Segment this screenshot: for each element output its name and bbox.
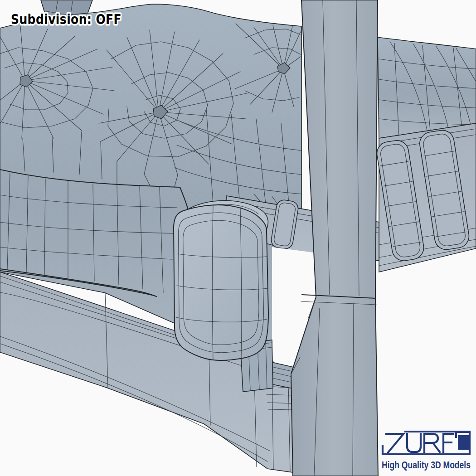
logo-square — [458, 435, 469, 450]
seat-rail-right — [375, 123, 476, 272]
armrest-pad — [174, 200, 268, 360]
wireframe-chair-render: Subdivision: OFF High Quality 3D Models — [0, 0, 476, 476]
subdivision-status-label: Subdivision: OFF — [11, 11, 121, 27]
viewport: Subdivision: OFF High Quality 3D Models — [0, 0, 476, 476]
watermark-tagline: High Quality 3D Models — [382, 460, 471, 471]
cushion-right — [378, 37, 476, 138]
